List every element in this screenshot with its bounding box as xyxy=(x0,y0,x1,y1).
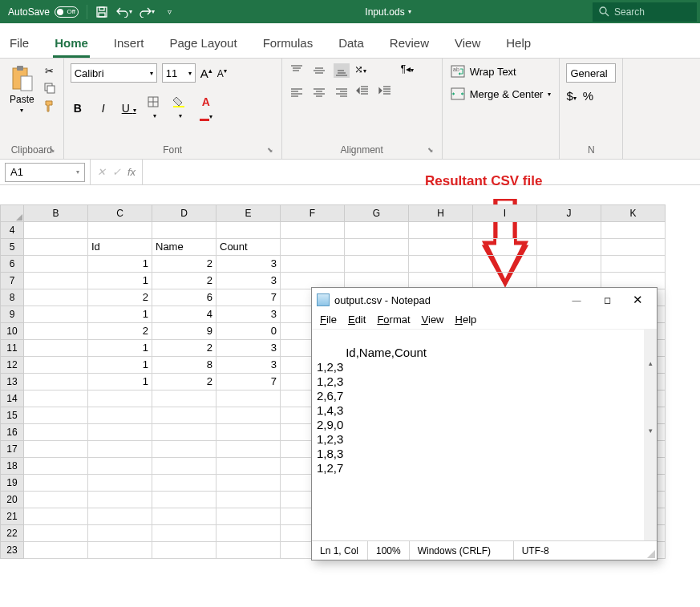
font-dialog-icon[interactable]: ⬊ xyxy=(265,146,275,156)
insert-function-icon[interactable]: fx xyxy=(127,166,136,178)
cell[interactable] xyxy=(152,458,216,475)
col-header-H[interactable]: H xyxy=(409,204,473,222)
cell[interactable] xyxy=(345,239,409,256)
cell[interactable]: 2 xyxy=(152,340,216,357)
col-header-G[interactable]: G xyxy=(345,204,409,222)
row-header[interactable]: 6 xyxy=(0,256,24,273)
cell[interactable] xyxy=(216,391,281,407)
np-menu-edit[interactable]: Edit xyxy=(348,314,366,326)
copy-icon[interactable] xyxy=(42,81,57,95)
currency-icon[interactable]: $▾ xyxy=(566,89,576,103)
qat-customize-icon[interactable]: ▿ xyxy=(161,4,177,20)
cell[interactable] xyxy=(88,475,152,492)
cell[interactable]: 9 xyxy=(152,323,216,340)
cell[interactable] xyxy=(473,239,537,256)
cell[interactable] xyxy=(281,256,345,273)
np-menu-help[interactable]: Help xyxy=(455,314,477,326)
np-menu-file[interactable]: File xyxy=(320,314,337,326)
cell[interactable]: 1 xyxy=(88,357,152,374)
increase-font-icon[interactable]: A▴ xyxy=(200,67,212,80)
row-header[interactable]: 11 xyxy=(0,340,24,357)
cell[interactable]: 6 xyxy=(152,289,216,306)
tab-review[interactable]: Review xyxy=(388,30,431,58)
row-header[interactable]: 16 xyxy=(0,424,24,441)
cell[interactable] xyxy=(24,256,88,273)
cell[interactable]: 2 xyxy=(152,374,216,391)
cell[interactable] xyxy=(216,458,281,475)
cell[interactable]: 1 xyxy=(88,340,152,357)
cell[interactable] xyxy=(88,458,152,475)
cell[interactable] xyxy=(409,239,473,256)
cell[interactable] xyxy=(281,239,345,256)
cell[interactable]: 0 xyxy=(216,323,281,340)
cell[interactable] xyxy=(24,306,88,323)
cell[interactable]: 3 xyxy=(216,340,281,357)
cell[interactable] xyxy=(24,222,88,239)
font-name-combo[interactable]: Calibri▾ xyxy=(71,63,157,83)
cell[interactable] xyxy=(24,441,88,458)
row-header[interactable]: 18 xyxy=(0,458,24,475)
cell[interactable] xyxy=(24,492,88,508)
tab-help[interactable]: Help xyxy=(504,30,532,58)
tab-formulas[interactable]: Formulas xyxy=(261,30,315,58)
align-top-icon[interactable] xyxy=(289,63,305,78)
cell[interactable]: 2 xyxy=(152,256,216,273)
row-header[interactable]: 12 xyxy=(0,357,24,374)
col-header-F[interactable]: F xyxy=(281,204,345,222)
align-left-icon[interactable] xyxy=(289,86,305,100)
cell[interactable]: 7 xyxy=(216,289,281,306)
cell[interactable] xyxy=(216,542,281,559)
cell[interactable] xyxy=(24,407,88,424)
cell[interactable] xyxy=(24,289,88,306)
cell[interactable]: 1 xyxy=(88,374,152,391)
tab-view[interactable]: View xyxy=(453,30,482,58)
cell[interactable]: Id xyxy=(88,239,152,256)
increase-indent-icon[interactable] xyxy=(377,83,393,98)
row-header[interactable]: 8 xyxy=(0,289,24,306)
cell[interactable] xyxy=(537,222,601,239)
cell[interactable] xyxy=(88,542,152,559)
redo-icon[interactable]: ▾ xyxy=(139,4,155,20)
cell[interactable] xyxy=(216,441,281,458)
col-header-J[interactable]: J xyxy=(537,204,601,222)
cell[interactable] xyxy=(216,492,281,508)
cell[interactable] xyxy=(88,424,152,441)
align-center-icon[interactable] xyxy=(311,86,327,100)
cell[interactable] xyxy=(24,542,88,559)
cell[interactable] xyxy=(88,222,152,239)
autosave-toggle[interactable]: Off xyxy=(55,6,79,18)
cell[interactable]: 2 xyxy=(152,273,216,289)
cell[interactable] xyxy=(88,525,152,542)
cell[interactable] xyxy=(537,256,601,273)
row-header[interactable]: 19 xyxy=(0,475,24,492)
merge-center-button[interactable]: Merge & Center ▾ xyxy=(449,86,553,102)
cancel-formula-icon[interactable]: ✕ xyxy=(97,166,106,178)
cell[interactable] xyxy=(216,508,281,525)
underline-button[interactable]: U ▾ xyxy=(122,102,136,115)
cell[interactable] xyxy=(152,492,216,508)
decrease-indent-icon[interactable] xyxy=(354,83,370,98)
row-header[interactable]: 21 xyxy=(0,508,24,525)
row-header[interactable]: 9 xyxy=(0,306,24,323)
tab-insert[interactable]: Insert xyxy=(112,30,146,58)
undo-icon[interactable]: ▾ xyxy=(116,4,132,20)
cell[interactable] xyxy=(24,239,88,256)
col-header-D[interactable]: D xyxy=(152,204,216,222)
cell[interactable] xyxy=(88,492,152,508)
paste-button[interactable]: Paste ▾ xyxy=(6,63,38,115)
cell[interactable] xyxy=(152,407,216,424)
cell[interactable] xyxy=(601,222,666,239)
resize-grip-icon[interactable] xyxy=(645,548,655,558)
cell[interactable] xyxy=(152,424,216,441)
cell[interactable] xyxy=(24,391,88,407)
cell[interactable] xyxy=(24,508,88,525)
cell[interactable] xyxy=(24,340,88,357)
cell[interactable] xyxy=(216,407,281,424)
cell[interactable] xyxy=(24,323,88,340)
cell[interactable] xyxy=(473,256,537,273)
row-header[interactable]: 7 xyxy=(0,273,24,289)
cell[interactable] xyxy=(152,542,216,559)
cell[interactable]: 4 xyxy=(152,306,216,323)
col-header-B[interactable]: B xyxy=(24,204,88,222)
cell[interactable]: 3 xyxy=(216,357,281,374)
